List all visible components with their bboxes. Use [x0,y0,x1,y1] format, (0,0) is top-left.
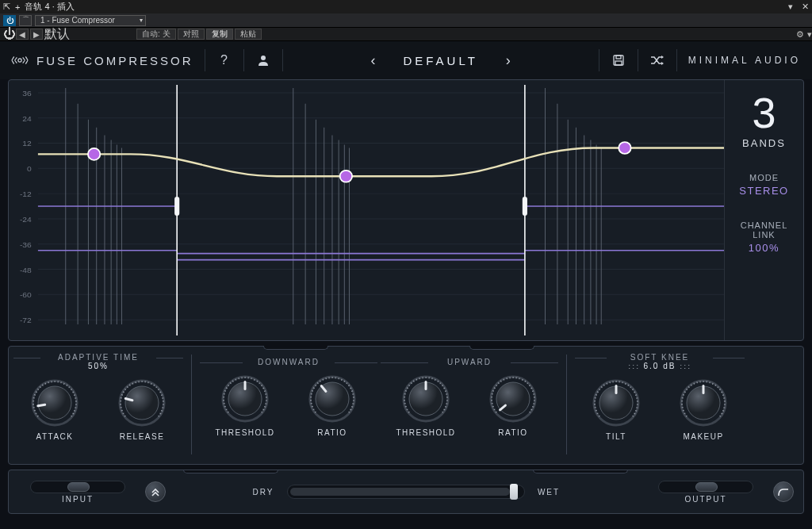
svg-point-50 [38,386,71,420]
svg-rect-48 [523,197,527,216]
svg-rect-72 [703,385,705,394]
upward-ratio-label: RATIO [498,428,527,437]
input-slider[interactable] [30,481,125,493]
attack-label: ATTACK [36,432,74,441]
user-icon[interactable] [255,54,271,67]
y-tick: -72 [20,316,32,324]
y-tick: 36 [22,89,32,98]
y-tick: -12 [20,190,32,198]
host-titlebar: ⇱ + 音轨 4 · 插入 ▾ ✕ [0,0,812,13]
band-side-panel: 3 BANDS MODE STEREO CHANNEL LINK 100% [724,80,803,340]
wet-label: WET [534,488,563,496]
preset-name[interactable]: DEFAULT [403,54,477,67]
downward-threshold-knob[interactable] [220,374,270,424]
svg-rect-63 [425,381,427,390]
tilt-knob[interactable] [592,378,641,427]
bands-count[interactable]: 3 [752,91,776,134]
band-node-2[interactable] [340,171,352,182]
plugin-title: FUSE COMPRESSOR [36,54,193,67]
adaptive-title: ADAPTIVE TIME [58,353,139,362]
ab-icon[interactable]: ⌒ [19,15,32,26]
downward-threshold-label: THRESHOLD [215,428,274,437]
upward-ratio-knob[interactable] [488,374,538,424]
mode-value[interactable]: STEREO [739,185,788,197]
add-icon[interactable]: + [15,2,20,12]
host-toolbar: ⏻ ◀ ▶ 默认 自动: 关 对照 复制 粘贴 ⚙ ▾ [0,27,812,41]
channel-link-label-2: LINK [741,230,788,240]
preset-prev-button[interactable]: ‹ [365,52,381,69]
close-icon[interactable]: ✕ [801,3,809,11]
y-tick: -36 [20,240,32,249]
y-tick: -24 [20,215,32,224]
makeup-knob[interactable] [679,378,728,427]
makeup-label: MAKEUP [683,432,723,441]
downward-title: DOWNWARD [258,358,320,366]
softknee-title: SOFT KNEE [630,353,690,362]
spectrum-panel: 36 24 12 0 -12 -24 -36 -48 -60 -72 [8,79,804,341]
upward-title: UPWARD [447,358,492,366]
y-tick: -60 [20,290,32,299]
output-slider[interactable] [658,481,753,493]
svg-rect-57 [244,381,247,390]
auto-label: 自动: [142,29,160,40]
tab-copy[interactable]: 复制 [206,29,233,40]
power-button[interactable]: ⏻ [3,15,16,26]
brand-label: MINIMAL AUDIO [688,55,801,66]
shuffle-icon[interactable] [649,54,665,67]
svg-point-1 [261,56,266,60]
y-tick: 24 [22,114,32,123]
channel-link-label-1: CHANNEL [741,220,788,230]
bands-label: BANDS [742,137,786,149]
band-node-1[interactable] [88,148,100,160]
release-knob[interactable] [117,378,167,427]
knob-panel: ADAPTIVE TIME 50% ATTACK RELEASE DOWNWAR… [8,346,804,465]
auto-toggle[interactable]: 自动: 关 [136,29,176,40]
adaptive-value[interactable]: 50% [88,362,109,370]
dry-wet-slider[interactable] [287,485,525,499]
help-icon[interactable]: ? [216,53,232,67]
svg-rect-4 [615,61,622,65]
tab-paste[interactable]: 粘贴 [235,29,262,40]
svg-rect-47 [174,197,179,216]
output-label: OUTPUT [684,495,726,504]
power-button-2[interactable]: ⏻ [3,27,16,41]
plugin-selector[interactable]: 1 - Fuse Compressor [35,15,146,26]
pin-icon[interactable]: ⇱ [3,2,10,12]
attack-knob[interactable] [30,378,79,427]
band-node-3[interactable] [619,142,630,154]
y-tick: 12 [22,140,32,148]
channel-link-value[interactable]: 100% [741,242,788,254]
preset-next-button[interactable]: › [500,52,516,69]
svg-point-0 [18,59,21,62]
softknee-value[interactable]: ꞉꞉꞉ 6.0 dB ꞉꞉꞉ [628,362,691,370]
svg-point-65 [496,382,530,416]
svg-rect-69 [615,385,618,394]
minimize-icon[interactable]: ▾ [787,3,795,11]
spectrum-graph[interactable]: 36 24 12 0 -12 -24 -36 -48 -60 -72 [9,80,724,340]
nav-next-button[interactable]: ▶ [30,29,43,40]
compressor-logo-icon [11,54,29,67]
dry-label: DRY [249,488,278,496]
y-tick: 0 [27,164,32,173]
tab-compare[interactable]: 对照 [178,29,205,40]
host-preset-dropdown[interactable]: 默认 [44,26,132,43]
nav-prev-button[interactable]: ◀ [16,29,29,40]
upward-threshold-knob[interactable] [401,374,450,424]
auto-state: 关 [163,29,170,40]
tilt-label: TILT [606,432,626,441]
limiter-button[interactable] [773,481,794,502]
svg-point-59 [316,382,349,416]
plugin-header: FUSE COMPRESSOR ? ‹ DEFAULT › MINIMAL AU… [0,41,812,79]
save-icon[interactable] [611,54,626,67]
downward-ratio-knob[interactable] [308,374,357,424]
release-label: RELEASE [120,432,165,441]
io-panel: INPUT DRY WET OUTPUT [8,470,804,514]
gear-icon[interactable]: ⚙ ▾ [796,29,812,40]
svg-rect-3 [616,56,621,59]
mode-label: MODE [739,173,788,182]
host-plugin-bar: ⏻ ⌒ 1 - Fuse Compressor [0,13,812,27]
expand-up-button[interactable] [145,481,166,502]
window-title: 音轨 4 · 插入 [25,1,74,13]
downward-ratio-label: RATIO [317,428,347,437]
upward-threshold-label: THRESHOLD [396,428,455,437]
